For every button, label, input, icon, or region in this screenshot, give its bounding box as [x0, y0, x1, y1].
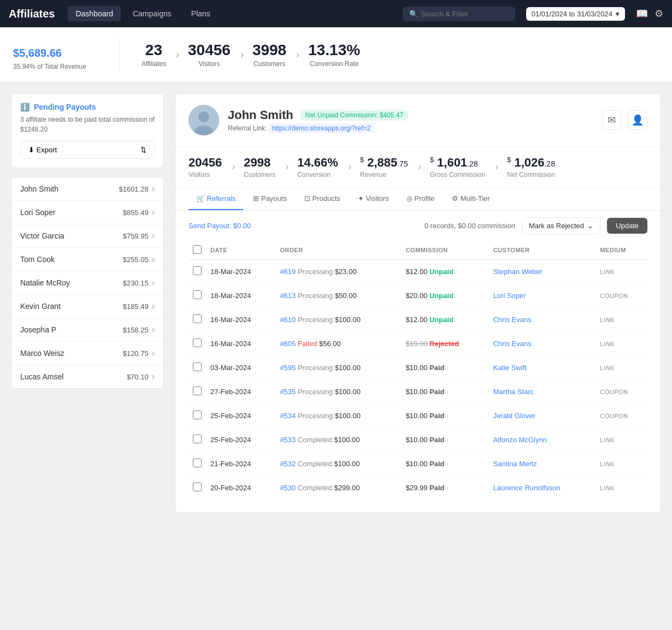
- send-payout-btn[interactable]: Send Payout: $0.00: [188, 222, 251, 230]
- tab-payouts[interactable]: ⊞ Payouts: [245, 188, 294, 210]
- affiliate-list-item[interactable]: Kevin Grant $185.49 ›: [11, 295, 163, 318]
- nav-campaigns-btn[interactable]: Campaigns: [125, 6, 179, 21]
- order-link[interactable]: #533: [280, 436, 296, 444]
- row-commission: $10.00 Paid: [402, 404, 489, 428]
- table-row: 16-Mar-2024 #605 Failed $56.00 $10.00 Re…: [188, 332, 647, 356]
- col-customer: CUSTOMER: [489, 241, 596, 260]
- order-link[interactable]: #532: [280, 460, 296, 468]
- affiliate-name: Kevin Grant: [20, 302, 61, 311]
- customer-link[interactable]: Laurence Runolfsson: [493, 484, 561, 492]
- row-order: #533 Completed $100.00: [275, 428, 401, 452]
- chevron-right-icon: ›: [152, 301, 155, 311]
- nav-dashboard-btn[interactable]: Dashboard: [68, 6, 121, 21]
- affiliates-value: 23: [142, 41, 166, 59]
- customer-link[interactable]: Martha Starc: [493, 388, 534, 396]
- row-date: 16-Mar-2024: [206, 308, 275, 332]
- date-range-selector[interactable]: 01/01/2024 to 31/03/2024 ▾: [526, 7, 625, 21]
- affiliate-list-item[interactable]: Victor Garcia $759.95 ›: [11, 224, 163, 248]
- row-medium: LINK: [596, 476, 647, 500]
- book-icon-btn[interactable]: 📖: [636, 8, 648, 20]
- row-checkbox[interactable]: [193, 483, 202, 491]
- nav-plans-btn[interactable]: Plans: [184, 6, 218, 21]
- settings-icon-btn[interactable]: ⚙: [655, 8, 663, 20]
- affiliate-list-item[interactable]: Marco Weisz $120.75 ›: [11, 342, 163, 365]
- customer-link[interactable]: Jerald Glover: [493, 412, 535, 420]
- customer-link[interactable]: Alfonzo McGlynn: [493, 436, 547, 444]
- row-date: 20-Feb-2024: [206, 476, 275, 500]
- order-link[interactable]: #535: [280, 388, 296, 396]
- row-checkbox[interactable]: [193, 362, 202, 371]
- customer-link[interactable]: Chris Evans: [493, 340, 532, 348]
- customer-link[interactable]: Lori Soper: [493, 292, 526, 300]
- pending-payouts-box: ℹ️ Pending Payouts 3 affiliate needs to …: [11, 93, 164, 168]
- row-checkbox[interactable]: [193, 387, 202, 395]
- referral-url-link[interactable]: https://demo.storeapps.org/?ref=2: [269, 123, 374, 133]
- row-checkbox[interactable]: [193, 338, 202, 347]
- row-date: 03-Mar-2024: [206, 356, 275, 380]
- update-btn[interactable]: Update: [607, 218, 647, 234]
- stats-bar: $5,689.66 35.94% of Total Revenue 23 Aff…: [0, 27, 672, 82]
- sidebar: ℹ️ Pending Payouts 3 affiliate needs to …: [11, 93, 164, 513]
- affiliate-name: Lucas Amsel: [20, 372, 63, 381]
- affiliate-list-item[interactable]: Lucas Amsel $70.10 ›: [11, 365, 163, 388]
- order-link[interactable]: #613: [280, 292, 296, 300]
- row-commission: $20.00 Unpaid: [402, 284, 489, 308]
- order-amount: $100.00: [335, 316, 361, 324]
- order-link[interactable]: #605: [280, 340, 296, 348]
- chevron-right-icon: ›: [152, 254, 155, 264]
- export-button[interactable]: ⬇ Export ⇅: [20, 141, 155, 159]
- select-all-checkbox[interactable]: [193, 245, 202, 254]
- customer-link[interactable]: Santina Mertz: [493, 460, 537, 468]
- tabs: 🛒 Referrals ⊞ Payouts ⊡ Products ✦ Visit…: [175, 188, 661, 211]
- aff-stat-net-commission: $ 1,026.28 Net Commission: [496, 156, 566, 179]
- order-amount: $100.00: [335, 388, 361, 396]
- order-link[interactable]: #534: [280, 412, 296, 420]
- affiliate-amount: $158.25 ›: [123, 325, 155, 335]
- row-customer: Santina Mertz: [489, 452, 596, 476]
- affiliate-list-item[interactable]: Tom Cook $255.05 ›: [11, 248, 163, 271]
- tab-profile[interactable]: ◎ Profile: [399, 188, 442, 210]
- order-link[interactable]: #595: [280, 364, 296, 372]
- tab-products[interactable]: ⊡ Products: [297, 188, 348, 210]
- commission-status: Unpaid: [429, 292, 453, 300]
- row-commission: $10.00 Paid: [402, 428, 489, 452]
- row-commission: $12.00 Unpaid: [402, 260, 489, 284]
- table-wrap: DATE ORDER COMMISSION CUSTOMER MEDIUM 18…: [175, 241, 661, 513]
- email-action-btn[interactable]: ✉: [602, 110, 621, 130]
- info-icon: ℹ️: [20, 103, 30, 111]
- customer-link[interactable]: Chris Evans: [493, 316, 532, 324]
- conversion-value: 13.13%: [308, 41, 360, 59]
- affiliate-list-item[interactable]: Lori Soper $855.49 ›: [11, 201, 163, 224]
- search-input[interactable]: [421, 10, 509, 18]
- col-medium: MEDIUM: [596, 241, 647, 260]
- col-order: ORDER: [275, 241, 401, 260]
- order-status: Failed: [298, 340, 317, 348]
- order-link[interactable]: #619: [280, 268, 296, 276]
- visitors-value: 30456: [188, 41, 231, 59]
- status-dropdown[interactable]: Mark as Rejected ⌄: [522, 217, 600, 234]
- row-checkbox[interactable]: [193, 435, 202, 443]
- customer-link[interactable]: Katie Swift: [493, 364, 527, 372]
- profile-info: John Smith Net Unpaid Commission: $405.4…: [228, 108, 593, 132]
- tab-multi-tier[interactable]: ⚙ Multi-Tier: [444, 188, 497, 210]
- row-checkbox[interactable]: [193, 266, 202, 275]
- row-checkbox[interactable]: [193, 314, 202, 323]
- affiliate-name: John Smith: [20, 185, 58, 193]
- affiliate-list-item[interactable]: Natalie McRoy $230.15 ›: [11, 271, 163, 295]
- customer-link[interactable]: Stephan Weber: [493, 268, 543, 276]
- top-nav: Affiliates Dashboard Campaigns Plans 🔍 0…: [0, 0, 672, 27]
- affiliate-list-item[interactable]: Josepha P $158.25 ›: [11, 318, 163, 342]
- row-checkbox[interactable]: [193, 459, 202, 467]
- row-checkbox[interactable]: [193, 411, 202, 419]
- order-link[interactable]: #530: [280, 484, 296, 492]
- order-link[interactable]: #610: [280, 316, 296, 324]
- user-action-btn[interactable]: 👤: [628, 110, 647, 130]
- order-amount: $23.00: [335, 268, 357, 276]
- tab-referrals[interactable]: 🛒 Referrals: [188, 188, 243, 210]
- commission-status: Unpaid: [429, 268, 453, 276]
- row-checkbox[interactable]: [193, 290, 202, 299]
- affiliate-list-item[interactable]: John Smith $1601.28 ›: [11, 177, 163, 201]
- brand-logo: Affiliates: [9, 8, 55, 20]
- tab-visitors[interactable]: ✦ Visitors: [350, 188, 397, 210]
- col-date: DATE: [206, 241, 275, 260]
